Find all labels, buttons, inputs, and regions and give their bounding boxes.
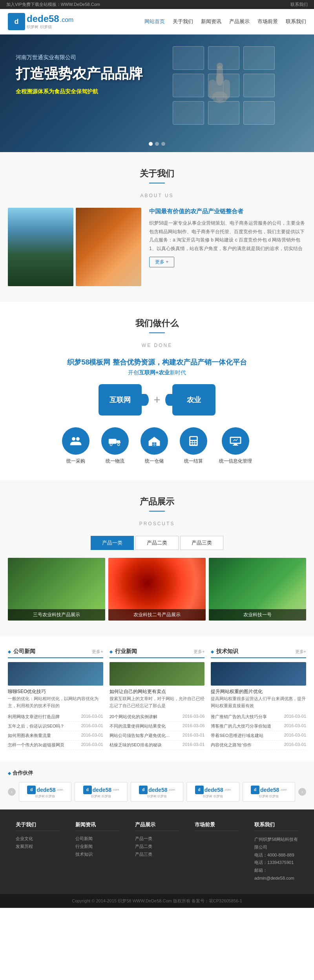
footer-col-title-about: 关于我们 <box>16 821 60 831</box>
news-col-header-2: 行业新闻 更多+ <box>110 648 205 658</box>
svg-rect-8 <box>109 439 117 444</box>
hero-dot-3[interactable] <box>161 142 165 146</box>
monitor-icon <box>228 434 243 448</box>
partner-logo-2[interactable]: d dede58.com 织梦树 织梦猫 <box>75 782 127 802</box>
news-list-item: 如何用图表来衡量流量2016-03-01 <box>8 731 103 740</box>
puzzle-piece-agriculture: 农业 <box>172 384 215 416</box>
puzzle-area: 互联网 + 农业 <box>8 384 306 416</box>
footer-links: 关于我们 企业文化 发展历程 新闻资讯 公司新闻 行业新闻 技术知识 产品展示 … <box>0 809 314 894</box>
icon-row: 统一采购 统一物流 <box>8 427 306 465</box>
wedo-title: 我们做什么 <box>8 318 306 329</box>
about-more-btn[interactable]: 更多 + <box>149 257 174 267</box>
svg-rect-2 <box>209 80 216 99</box>
partners-section: 合作伙伴 ‹ d dede58.com 织梦树 织梦猫 d dede58.com <box>0 762 314 809</box>
products-section: 产品展示 Proscuts 产品一类 产品二类 产品三类 三号农业科技产品展示 … <box>0 480 314 636</box>
logo: d dede58 .com 织梦树 织梦猫 <box>8 13 73 30</box>
icon-label-warehouse: 统一仓储 <box>145 458 164 465</box>
svg-point-10 <box>117 443 119 445</box>
wedo-section: 我们做什么 WE DONE 织梦58模板网 整合优势资源，构建农产品产销一体化平… <box>0 302 314 480</box>
footer-link-industry-news[interactable]: 行业新闻 <box>75 844 119 849</box>
news-more-1[interactable]: 更多+ <box>92 649 103 655</box>
puzzle-agriculture: 农业 <box>172 384 215 416</box>
icon-item-management: 统一信息化管理 <box>219 427 252 465</box>
nav-market[interactable]: 市场前景 <box>257 16 278 27</box>
news-col-header-1: 公司新闻 更多+ <box>8 648 103 658</box>
news-featured-1: 聊聊SEO优化技巧一般的优化：网站相对优化，以网站内容优化为主，利用相关的技术手… <box>8 662 103 709</box>
svg-point-9 <box>110 443 112 445</box>
news-more-2[interactable]: 更多+ <box>194 649 204 655</box>
logo-com: .com <box>60 16 74 24</box>
wedo-divider <box>149 332 165 333</box>
product-label-2: 农业科技二号产品展示 <box>108 609 206 621</box>
logo-icon: d <box>8 13 25 30</box>
tab-product-1[interactable]: 产品一类 <box>91 536 134 550</box>
news-more-3[interactable]: 更多+ <box>295 649 306 655</box>
partner-logos: d dede58.com 织梦树 织梦猫 d dede58.com 织梦树 织梦… <box>19 782 295 802</box>
tab-product-2[interactable]: 产品二类 <box>135 536 179 550</box>
wedo-en: WE DONE <box>8 343 306 348</box>
footer-link-tech[interactable]: 技术知识 <box>75 851 119 857</box>
footer-link-product-1[interactable]: 产品一类 <box>135 836 179 842</box>
partner-logo-3[interactable]: d dede58.com 织梦树 织梦猫 <box>131 782 183 802</box>
news-list-item: 网站公司须告知客户避免优化错误2016-03-01 <box>110 731 205 740</box>
plus-sign: + <box>153 393 161 407</box>
svg-rect-24 <box>233 445 238 446</box>
footer-link-product-3[interactable]: 产品三类 <box>135 851 179 857</box>
svg-point-7 <box>76 437 80 441</box>
footer-link-product-2[interactable]: 产品二类 <box>135 844 179 849</box>
footer-link-history[interactable]: 发展历程 <box>16 844 60 849</box>
hero-content: 河南万世通实业有限公司 打造强势农产品品牌 全程溯源体系为食品安全保驾护航 <box>16 54 143 95</box>
news-list-item: 20个网站优化的实例讲解2016-03-06 <box>110 712 205 722</box>
news-col-header-3: 技术知识 更多+ <box>211 648 306 658</box>
news-list-item: 不同的流量使得网站结果变化2016-03-06 <box>110 722 205 731</box>
partners-prev[interactable]: ‹ <box>8 788 16 796</box>
partners-row: ‹ d dede58.com 织梦树 织梦猫 d dede58.com <box>8 782 306 802</box>
news-col-title-2: 行业新闻 <box>110 648 137 655</box>
hero-dot-2[interactable] <box>155 142 159 146</box>
people-icon <box>69 434 83 448</box>
deco-panel-4 <box>173 74 204 97</box>
hero-dots[interactable] <box>149 142 165 146</box>
footer-contact-company: 广州织梦58网站科技有限公司 电话：4000-888-889 电话：133943… <box>254 836 298 882</box>
product-card-3[interactable]: 农业科技一号 <box>209 558 306 621</box>
footer-col-title-news: 新闻资讯 <box>75 821 119 831</box>
icon-label-procurement: 统一采购 <box>66 458 85 465</box>
footer-bottom: Copyright © 2014-2015 织梦58 WWW.DeDe58.Co… <box>0 894 314 908</box>
contact-link[interactable]: 联系我们 <box>290 2 308 7</box>
tab-product-3[interactable]: 产品三类 <box>180 536 223 550</box>
puzzle-internet: 互联网 <box>99 384 142 416</box>
products-en: Proscuts <box>8 521 306 526</box>
product-card-1[interactable]: 三号农业科技产品展示 <box>8 558 105 621</box>
nav-home[interactable]: 网站首页 <box>144 16 165 27</box>
partner-logo-1[interactable]: d dede58.com 织梦树 织梦猫 <box>19 782 71 802</box>
nav-products[interactable]: 产品展示 <box>229 16 250 27</box>
footer-col-products: 产品展示 产品一类 产品二类 产品三类 <box>135 821 179 882</box>
partner-logo-4[interactable]: d dede58.com 织梦树 织梦猫 <box>186 782 239 802</box>
footer-col-news: 新闻资讯 公司新闻 行业新闻 技术知识 <box>75 821 119 882</box>
nav-news[interactable]: 新闻资讯 <box>201 16 221 27</box>
hero-company: 河南万世通实业有限公司 <box>16 54 143 61</box>
nav-about[interactable]: 关于我们 <box>173 16 193 27</box>
svg-rect-16 <box>193 441 195 443</box>
partner-logo-inner-1: d dede58.com 织梦树 织梦猫 <box>27 786 63 799</box>
product-card-2[interactable]: 农业科技二号产品展示 <box>108 558 206 621</box>
footer-link-culture[interactable]: 企业文化 <box>16 836 60 842</box>
footer-link-company-news[interactable]: 公司新闻 <box>75 836 119 842</box>
product-tabs: 产品一类 产品二类 产品三类 <box>8 536 306 550</box>
partners-header: 合作伙伴 <box>8 769 306 777</box>
warehouse-icon <box>147 434 161 448</box>
product-label-3: 农业科技一号 <box>209 609 306 621</box>
partners-next[interactable]: › <box>298 788 306 796</box>
partner-logo-5[interactable]: d dede58.com 织梦树 织梦猫 <box>243 782 295 802</box>
header: d dede58 .com 织梦树 织梦猫 网站首页 关于我们 新闻资讯 产品展… <box>0 9 314 34</box>
news-col-industry: 行业新闻 更多+ 如何让自己的网站更有卖点搜索互联网上的文章时，对于网站，允许自… <box>110 648 205 750</box>
icon-item-procurement: 统一采购 <box>62 427 89 465</box>
nav-contact[interactable]: 联系我们 <box>286 16 306 27</box>
deco-panel-7 <box>173 101 204 125</box>
news-list-item: 推广推销广告的几大技巧分享2016-03-01 <box>211 712 306 722</box>
news-featured-2: 如何让自己的网站更有卖点搜索互联网上的文章时，对于网站，允许自己已经忘记了自己已… <box>110 662 205 709</box>
wedo-sub: 开创互联网+农业新时代 <box>8 369 306 376</box>
svg-point-5 <box>217 63 223 69</box>
hero-dot-1[interactable] <box>149 142 153 146</box>
about-content: 中国最有价值的农产品产业链整合者 织梦58是一家专业从事企业营销策划、电子商务运… <box>8 208 306 286</box>
